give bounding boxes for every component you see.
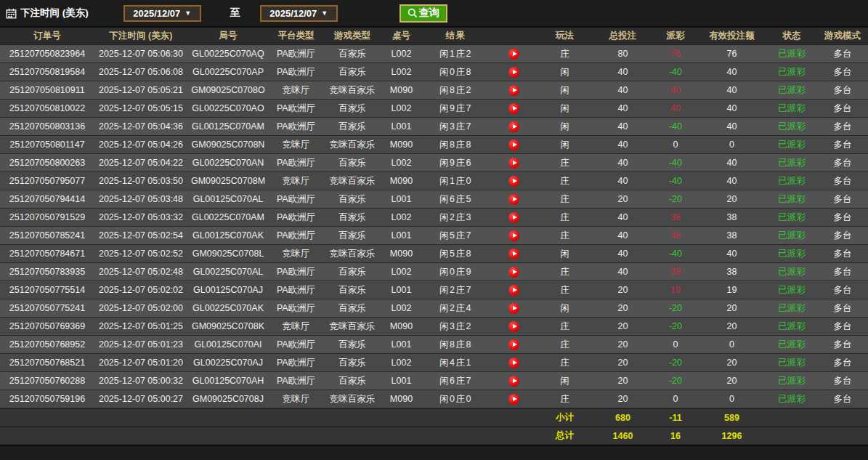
total-label: 总计 bbox=[538, 429, 592, 442]
game-type: 竞咪百家乐 bbox=[323, 248, 381, 260]
game-type: 百家乐 bbox=[323, 302, 381, 315]
table-number: M090 bbox=[381, 394, 421, 404]
table-number: M090 bbox=[381, 85, 421, 95]
status-badge: 已派彩 bbox=[766, 248, 817, 260]
order-id: 251207050795077 bbox=[0, 176, 94, 186]
play-video-icon[interactable] bbox=[508, 140, 519, 150]
valid-bet: 76 bbox=[697, 49, 766, 59]
platform-type: PA欧洲厅 bbox=[269, 339, 323, 351]
play-video-icon[interactable] bbox=[508, 67, 519, 78]
platform-type: 竞咪厅 bbox=[269, 393, 323, 405]
query-button[interactable]: 查询 bbox=[399, 4, 447, 23]
subtotal-total-bet: 680 bbox=[592, 413, 654, 423]
header-status: 状态 bbox=[766, 30, 817, 42]
play-video-icon[interactable] bbox=[508, 49, 519, 60]
platform-type: PA欧洲厅 bbox=[269, 48, 323, 60]
play-video-icon[interactable] bbox=[508, 176, 519, 187]
platform-type: PA欧洲厅 bbox=[269, 266, 323, 278]
bet-records-table: 订单号 下注时间 (美东) 局号 平台类型 游戏类型 桌号 结果 玩法 总投注 … bbox=[0, 26, 868, 446]
result: 闲0庄8 bbox=[421, 66, 490, 78]
play-video-icon[interactable] bbox=[508, 358, 519, 368]
game-type: 百家乐 bbox=[323, 339, 381, 351]
game-mode: 多台 bbox=[817, 48, 868, 60]
table-row: 251207050810022 2025-12-07 05:05:15 GL00… bbox=[0, 100, 868, 118]
round-id: GL00125C070AL bbox=[187, 194, 269, 204]
status-badge: 已派彩 bbox=[766, 266, 817, 278]
valid-bet: 38 bbox=[697, 230, 766, 241]
valid-bet: 20 bbox=[697, 303, 766, 313]
result: 闲8庄2 bbox=[421, 84, 490, 97]
play-video-icon[interactable] bbox=[508, 85, 519, 96]
game-mode: 多台 bbox=[817, 375, 868, 387]
status-badge: 已派彩 bbox=[766, 339, 817, 351]
play-video-icon[interactable] bbox=[508, 194, 519, 205]
valid-bet: 40 bbox=[697, 158, 766, 168]
round-id: GM09025C0708L bbox=[187, 249, 269, 259]
total-bet: 20 bbox=[592, 321, 654, 331]
bet-time: 2025-12-07 05:02:48 bbox=[94, 267, 187, 277]
bet-time: 2025-12-07 05:00:27 bbox=[94, 394, 187, 404]
status-badge: 已派彩 bbox=[766, 320, 817, 333]
play-video-icon[interactable] bbox=[508, 230, 519, 241]
bet-time: 2025-12-07 05:01:20 bbox=[94, 358, 187, 368]
status-badge: 已派彩 bbox=[766, 102, 817, 115]
header-payout: 派彩 bbox=[654, 30, 697, 42]
play-video-icon[interactable] bbox=[508, 103, 519, 114]
payout: -20 bbox=[654, 358, 697, 368]
result: 闲9庄7 bbox=[421, 102, 490, 115]
order-id: 251207050800263 bbox=[0, 158, 94, 168]
bet-time: 2025-12-07 05:01:25 bbox=[94, 321, 187, 331]
play-triangle-icon bbox=[513, 106, 517, 110]
bet-time: 2025-12-07 05:06:08 bbox=[94, 67, 187, 77]
play-video-icon[interactable] bbox=[508, 394, 519, 405]
play-type: 庄 bbox=[538, 284, 592, 296]
play-video-icon[interactable] bbox=[508, 212, 519, 223]
result: 闲3庄2 bbox=[421, 320, 490, 333]
table-header-row: 订单号 下注时间 (美东) 局号 平台类型 游戏类型 桌号 结果 玩法 总投注 … bbox=[0, 28, 868, 45]
table-number: L002 bbox=[381, 358, 421, 368]
valid-bet: 20 bbox=[697, 358, 766, 368]
platform-type: 竞咪厅 bbox=[269, 139, 323, 151]
round-id: GL00225C070AL bbox=[187, 267, 269, 277]
table-number: L001 bbox=[381, 339, 421, 350]
order-id: 251207050775514 bbox=[0, 285, 94, 295]
play-video-icon[interactable] bbox=[508, 121, 519, 132]
game-type: 竞咪百家乐 bbox=[323, 84, 381, 97]
total-bet: 20 bbox=[592, 339, 654, 350]
play-video-icon[interactable] bbox=[508, 321, 519, 332]
play-video-icon[interactable] bbox=[508, 285, 519, 296]
date-from-value: 2025/12/07 bbox=[133, 8, 180, 19]
order-id: 251207050803136 bbox=[0, 121, 94, 132]
table-row: 251207050803136 2025-12-07 05:04:36 GL00… bbox=[0, 118, 868, 136]
game-mode: 多台 bbox=[817, 302, 868, 315]
result: 闲9庄6 bbox=[421, 157, 490, 169]
payout: -40 bbox=[654, 121, 697, 132]
play-video-icon[interactable] bbox=[508, 339, 519, 350]
play-video-icon[interactable] bbox=[508, 376, 519, 387]
order-id: 251207050791529 bbox=[0, 212, 94, 222]
date-to-select[interactable]: 2025/12/07 ▼ bbox=[260, 5, 338, 22]
play-triangle-icon bbox=[513, 197, 517, 201]
calendar-icon bbox=[6, 8, 17, 19]
play-video-icon[interactable] bbox=[508, 303, 519, 314]
play-video-icon[interactable] bbox=[508, 158, 519, 169]
date-from-select[interactable]: 2025/12/07 ▼ bbox=[123, 5, 201, 22]
bet-time: 2025-12-07 05:05:15 bbox=[94, 103, 187, 113]
play-type: 闲 bbox=[538, 302, 592, 315]
play-video-icon[interactable] bbox=[508, 249, 519, 259]
play-type: 庄 bbox=[538, 48, 592, 60]
play-video-icon[interactable] bbox=[508, 267, 519, 278]
total-bet: 40 bbox=[592, 158, 654, 168]
valid-bet: 40 bbox=[697, 176, 766, 186]
table-row: 251207050768521 2025-12-07 05:01:20 GL00… bbox=[0, 354, 868, 372]
round-id: GL00225C070AJ bbox=[187, 358, 269, 368]
platform-type: 竞咪厅 bbox=[269, 320, 323, 333]
game-mode: 多台 bbox=[817, 230, 868, 242]
order-id: 251207050760288 bbox=[0, 376, 94, 386]
order-id: 251207050794414 bbox=[0, 194, 94, 204]
game-type: 百家乐 bbox=[323, 48, 381, 60]
header-bet-time: 下注时间 (美东) bbox=[94, 30, 187, 42]
round-id: GM09025C0708O bbox=[187, 85, 269, 95]
play-type: 闲 bbox=[538, 375, 592, 387]
play-type: 庄 bbox=[538, 266, 592, 278]
